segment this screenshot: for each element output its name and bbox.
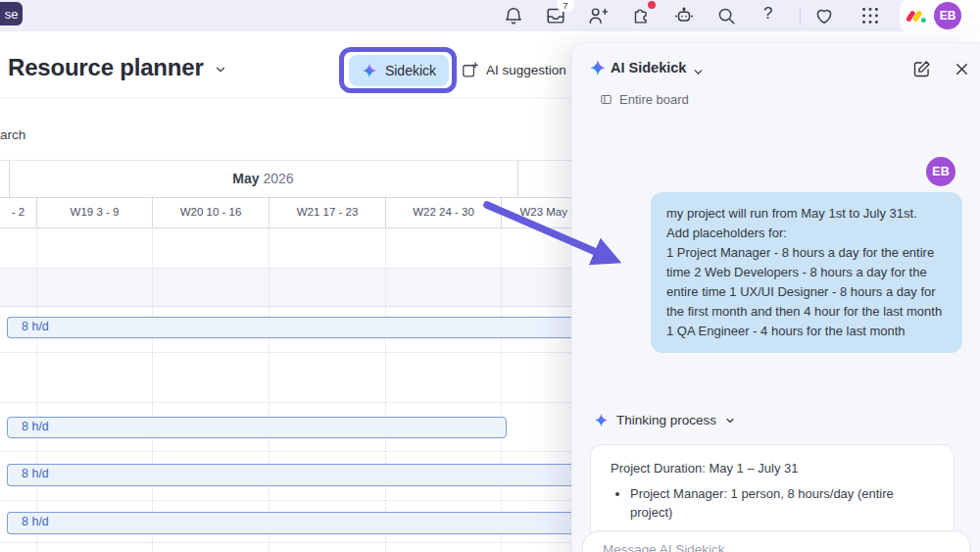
grid-vline	[152, 227, 153, 552]
chevron-down-icon[interactable]	[692, 66, 705, 78]
vibe-heart-icon[interactable]	[813, 5, 835, 26]
page-title: Resource planner	[8, 54, 204, 81]
grid-vline	[36, 227, 37, 552]
search-label-partial[interactable]: arch	[0, 127, 25, 142]
sidekick-button[interactable]: Sidekick	[349, 55, 449, 86]
message-input[interactable]: Message AI Sidekick	[582, 530, 971, 552]
grid-vline	[501, 227, 502, 552]
scope-selector[interactable]: Entire board	[599, 92, 689, 107]
grid-vline	[269, 227, 270, 552]
search-icon[interactable]	[715, 5, 737, 26]
partial-close-badge[interactable]: se	[0, 2, 23, 25]
allocation-bar[interactable]: 8 h/d	[7, 417, 507, 438]
ai-sparkle-icon	[589, 59, 607, 76]
invite-members-icon[interactable]	[587, 5, 609, 26]
week-cell: W22 24 - 30	[385, 196, 501, 227]
thinking-card-bullet: Project Manager: 1 person, 8 hours/day (…	[630, 484, 934, 522]
week-cell: W20 10 - 16	[152, 196, 269, 227]
apps-marketplace-icon[interactable]	[630, 5, 652, 26]
week-cell: - 2	[0, 196, 36, 227]
ai-sparkle-icon	[362, 63, 377, 78]
user-avatar[interactable]: EB	[934, 2, 961, 29]
thinking-process-toggle[interactable]: Thinking process	[594, 413, 736, 427]
thinking-card-title: Project Duration: May 1 – July 31	[611, 461, 934, 476]
board-icon	[599, 92, 613, 107]
notification-red-dot	[648, 1, 656, 9]
allocation-bar[interactable]: 8 h/d	[7, 317, 634, 338]
assistant-bot-icon[interactable]	[673, 5, 695, 26]
chevron-down-icon[interactable]	[214, 63, 227, 76]
message-input-placeholder: Message AI Sidekick	[603, 542, 725, 552]
thinking-card-list: Project Manager: 1 person, 8 hours/day (…	[611, 484, 934, 522]
thinking-process-label: Thinking process	[616, 413, 716, 427]
chevron-down-icon	[724, 415, 736, 427]
ai-suggestion-button[interactable]: AI suggestion	[461, 61, 566, 79]
week-cell: W21 17 - 23	[269, 196, 385, 227]
app-window: arch May 2026 - 2W19 3 - 9W20 10 - 16W21…	[0, 0, 980, 552]
topbar-divider	[800, 7, 801, 25]
month-divider-line	[9, 161, 10, 197]
topbar: se 7 ? EB	[0, 0, 980, 31]
message-author-avatar: EB	[926, 157, 956, 186]
close-icon[interactable]	[953, 60, 971, 78]
ai-suggestion-icon	[461, 61, 479, 79]
ai-suggestion-label: AI suggestion	[486, 63, 566, 77]
inbox-count-badge: 7	[557, 0, 574, 12]
grid-vline	[385, 227, 386, 552]
month-label: May 2026	[9, 161, 517, 197]
week-cell: W19 3 - 9	[36, 196, 152, 227]
product-switcher-grid-icon[interactable]	[859, 5, 881, 26]
month-year: 2026	[263, 171, 293, 186]
monday-logo[interactable]	[906, 6, 927, 27]
ai-sidekick-panel: AI Sidekick Entire board EB my project w…	[571, 42, 980, 552]
allocation-bar[interactable]: 8 h/d	[7, 464, 634, 486]
scope-label: Entire board	[619, 92, 689, 107]
ai-sparkle-icon	[594, 413, 609, 427]
sidekick-button-label: Sidekick	[385, 63, 436, 78]
user-message-bubble: my project will run from May 1st to July…	[651, 192, 962, 353]
help-icon[interactable]: ?	[763, 4, 772, 24]
notifications-bell-icon[interactable]	[503, 5, 524, 26]
new-chat-compose-icon[interactable]	[911, 59, 932, 79]
month-divider-line	[517, 161, 518, 197]
month-name: May	[232, 171, 259, 186]
panel-title: AI Sidekick	[611, 60, 686, 75]
allocation-bar[interactable]: 8 h/d	[7, 512, 634, 534]
